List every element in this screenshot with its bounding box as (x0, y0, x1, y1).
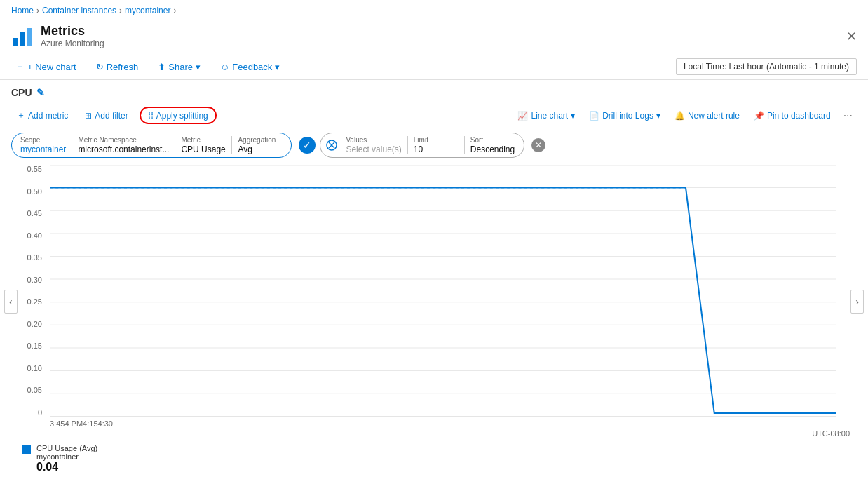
legend-label2: mycontainer (36, 452, 97, 461)
namespace-label: Metric Namespace (78, 136, 169, 144)
chart-toolbar: ＋ Add metric ⊞ Add filter ⁞⁞ Apply split… (11, 104, 857, 127)
scope-field: Scope mycontainer (15, 133, 72, 157)
y-axis: 0.55 0.50 0.45 0.40 0.35 0.30 0.25 0.20 … (18, 165, 46, 417)
y-label-0.50: 0.50 (27, 187, 42, 196)
edit-icon[interactable]: ✎ (36, 87, 45, 98)
time-selector-button[interactable]: Local Time: Last hour (Automatic - 1 min… (676, 58, 857, 75)
sort-field: Sort Descending (465, 133, 521, 157)
chart-inner (50, 165, 836, 417)
breadcrumb-container-instances[interactable]: Container instances (42, 6, 116, 15)
chevron-down-icon: ▾ (656, 111, 660, 121)
plus-icon: ＋ (17, 109, 25, 121)
svg-rect-2 (27, 28, 32, 46)
time-selector-container: Local Time: Last hour (Automatic - 1 min… (676, 58, 857, 75)
chart-next-button[interactable]: › (850, 290, 864, 314)
new-alert-rule-button[interactable]: 🔔 New alert rule (669, 109, 745, 123)
page-title: Metrics (41, 24, 104, 39)
chevron-down-icon: ▾ (571, 111, 575, 121)
legend-color (22, 445, 31, 454)
chart-title-row: CPU ✎ (11, 87, 857, 98)
y-label-0.35: 0.35 (27, 253, 42, 262)
y-label-0: 0 (38, 408, 42, 417)
y-label-0.10: 0.10 (27, 364, 42, 372)
utc-label: UTC-08:00 (812, 429, 850, 438)
logs-icon: 📄 (589, 111, 599, 121)
svg-rect-0 (13, 38, 18, 46)
metric-field: Metric CPU Usage (175, 133, 231, 157)
x-label-345: 3:45 (50, 419, 65, 428)
y-label-0.30: 0.30 (27, 276, 42, 284)
values-value[interactable]: Select value(s) (346, 144, 401, 154)
metric-row: Scope mycontainer Metric Namespace micro… (11, 133, 857, 158)
breadcrumb-home[interactable]: Home (11, 6, 34, 15)
remove-split-button[interactable]: ✕ (531, 138, 545, 152)
chart-section: CPU ✎ ＋ Add metric ⊞ Add filter ⁞⁞ Apply… (0, 80, 868, 479)
header-text: Metrics Azure Monitoring (41, 24, 104, 48)
plus-icon: ＋ (15, 60, 25, 73)
legend-text-group: CPU Usage (Avg) mycontainer 0.04 (36, 444, 97, 473)
split-icon: ⁞⁞ (148, 110, 154, 121)
filter-icon: ⊞ (85, 111, 92, 121)
y-label-0.55: 0.55 (27, 165, 42, 173)
chevron-down-icon: ▾ (275, 62, 280, 72)
split-icon (326, 140, 337, 151)
line-chart-button[interactable]: 📈 Line chart ▾ (512, 109, 581, 123)
scope-value[interactable]: mycontainer (20, 144, 66, 154)
y-label-0.40: 0.40 (27, 231, 42, 240)
chart-svg (50, 165, 836, 417)
limit-value[interactable]: 10 (414, 144, 459, 154)
line-chart-icon: 📈 (517, 111, 528, 121)
y-label-0.25: 0.25 (27, 297, 42, 306)
y-label-0.15: 0.15 (27, 342, 42, 350)
scope-label: Scope (20, 136, 66, 144)
chart-toolbar-right: 📈 Line chart ▾ 📄 Drill into Logs ▾ 🔔 New… (512, 108, 857, 123)
feedback-button[interactable]: ☺ Feedback ▾ (216, 60, 284, 74)
x-axis: 3:45 4 PM 4:15 4:30 (50, 417, 836, 438)
refresh-icon: ↻ (96, 62, 104, 72)
more-options-button[interactable]: ··· (839, 108, 857, 123)
namespace-field: Metric Namespace microsoft.containerinst… (72, 133, 175, 157)
add-filter-button[interactable]: ⊞ Add filter (79, 109, 133, 123)
close-button[interactable]: ✕ (846, 29, 857, 44)
values-label: Values (346, 136, 401, 144)
breadcrumb-mycontainer[interactable]: mycontainer (125, 6, 170, 15)
x-label-430: 4:30 (98, 419, 113, 428)
values-field: Values Select value(s) (340, 133, 407, 157)
metrics-icon (11, 25, 34, 48)
limit-label: Limit (414, 136, 459, 144)
sort-label: Sort (470, 136, 515, 144)
y-label-0.45: 0.45 (27, 209, 42, 217)
pin-icon: 📌 (754, 111, 764, 121)
page-subtitle: Azure Monitoring (41, 39, 104, 48)
refresh-button[interactable]: ↻ Refresh (92, 60, 143, 74)
legend-label1: CPU Usage (Avg) (36, 444, 97, 452)
chart-container: ‹ › 0.55 0.50 0.45 0.40 0.35 0.30 0.25 0… (11, 165, 857, 438)
drill-into-logs-button[interactable]: 📄 Drill into Logs ▾ (583, 109, 666, 123)
pin-to-dashboard-button[interactable]: 📌 Pin to dashboard (748, 109, 836, 123)
chart-title-text: CPU (11, 87, 32, 98)
chevron-down-icon: ▾ (196, 62, 201, 72)
alert-icon: 🔔 (674, 111, 685, 121)
feedback-icon: ☺ (220, 62, 229, 72)
metric-value[interactable]: CPU Usage (181, 144, 226, 154)
aggregation-value[interactable]: Avg (238, 144, 283, 154)
sort-value[interactable]: Descending (470, 144, 515, 154)
namespace-value[interactable]: microsoft.containerinst... (78, 144, 169, 154)
split-group: Values Select value(s) Limit 10 Sort Des… (320, 133, 524, 158)
new-chart-button[interactable]: ＋ + New chart (11, 59, 81, 74)
share-icon: ⬆ (158, 62, 165, 72)
confirm-metric-button[interactable]: ✓ (299, 137, 316, 154)
apply-splitting-button[interactable]: ⁞⁞ Apply splitting (140, 107, 217, 124)
chart-prev-button[interactable]: ‹ (4, 290, 18, 314)
page-header: Metrics Azure Monitoring ✕ (0, 21, 868, 54)
chart-legend: CPU Usage (Avg) mycontainer 0.04 (11, 438, 857, 479)
metric-label: Metric (181, 136, 226, 144)
y-label-0.05: 0.05 (27, 386, 42, 394)
x-label-4pm: 4 PM (65, 419, 83, 428)
aggregation-label: Aggregation (238, 136, 283, 144)
add-metric-button[interactable]: ＋ Add metric (11, 107, 74, 123)
top-toolbar: ＋ + New chart ↻ Refresh ⬆ Share ▾ ☺ Feed… (0, 54, 868, 80)
limit-field: Limit 10 (408, 133, 464, 157)
share-button[interactable]: ⬆ Share ▾ (154, 60, 205, 74)
aggregation-field: Aggregation Avg (232, 133, 288, 157)
